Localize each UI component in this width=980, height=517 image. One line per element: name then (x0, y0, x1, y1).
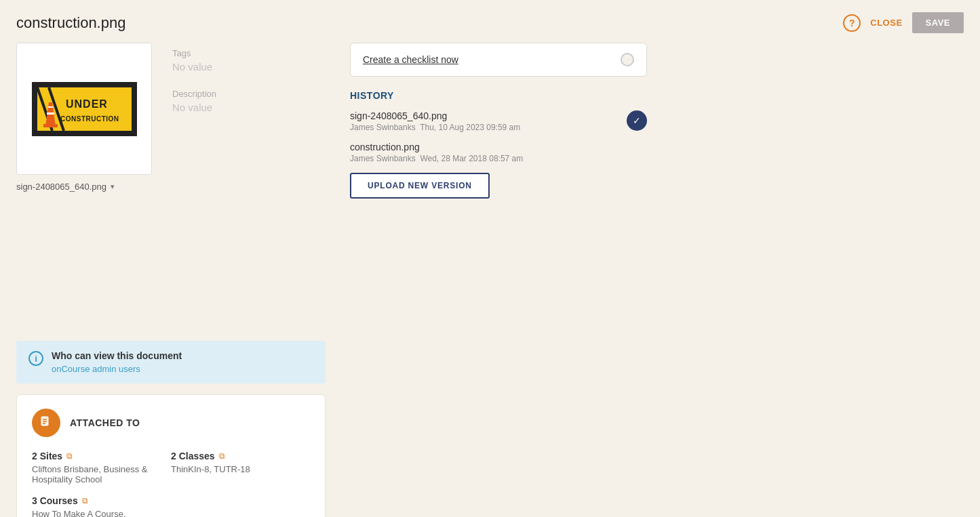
attached-courses-header: 3 Courses ⧉ (32, 495, 160, 506)
description-label: Description (172, 89, 216, 99)
attached-to-title: ATTACHED TO (70, 417, 140, 428)
description-value[interactable]: No value (172, 102, 216, 113)
visibility-banner: i Who can view this document onCourse ad… (16, 341, 326, 384)
svg-rect-1 (32, 82, 137, 87)
sites-description: Cliftons Brisbane, Business & Hospitalit… (32, 464, 160, 484)
history-title: HISTORY (350, 90, 647, 101)
image-filename: sign-2408065_640.png (16, 182, 106, 192)
history-date-2: Wed, 28 Mar 2018 08:57 am (420, 154, 523, 163)
svg-text:CONSTRUCTION: CONSTRUCTION (60, 115, 119, 123)
history-author-2: James Swinbanks (350, 154, 416, 163)
page-header: construction.png ? CLOSE SAVE (0, 0, 980, 43)
courses-external-link-icon[interactable]: ⧉ (82, 496, 88, 505)
image-label[interactable]: sign-2408065_640.png ▾ (16, 182, 152, 192)
close-button[interactable]: CLOSE (870, 18, 902, 28)
meta-fields: Tags No value Description No value (172, 48, 216, 129)
page-title: construction.png (16, 14, 125, 32)
history-date-1: Thu, 10 Aug 2023 09:59 am (420, 123, 520, 132)
header-actions: ? CLOSE SAVE (843, 12, 964, 33)
visibility-text: Who can view this document onCourse admi… (52, 350, 182, 374)
svg-rect-3 (32, 82, 37, 136)
attached-classes: 2 Classes ⧉ ThinKIn-8, TUTR-18 (171, 451, 310, 484)
attached-to-card: ATTACHED TO 2 Sites ⧉ Cliftons Brisbane,… (16, 394, 326, 517)
classes-description: ThinKIn-8, TUTR-18 (171, 464, 299, 474)
tags-field: Tags No value (172, 48, 216, 73)
history-section: HISTORY sign-2408065_640.png James Swinb… (350, 90, 647, 199)
save-button[interactable]: SAVE (912, 12, 964, 33)
attached-classes-header: 2 Classes ⧉ (171, 451, 299, 461)
main-content: UNDER CONSTRUCTION sign-2408065_640.png … (0, 43, 980, 517)
image-section: UNDER CONSTRUCTION sign-2408065_640.png … (16, 43, 152, 192)
info-icon: i (28, 351, 43, 366)
description-field: Description No value (172, 89, 216, 113)
svg-text:UNDER: UNDER (66, 98, 108, 110)
upload-new-version-button[interactable]: UPLOAD NEW VERSION (350, 173, 490, 199)
attached-sites: 2 Sites ⧉ Cliftons Brisbane, Business & … (32, 451, 171, 484)
sites-external-link-icon[interactable]: ⧉ (66, 451, 73, 461)
svg-rect-2 (32, 131, 137, 136)
history-item-meta: James Swinbanks Thu, 10 Aug 2023 09:59 a… (350, 123, 627, 132)
checklist-radio[interactable] (621, 53, 634, 66)
history-item-info-2: construction.png James Swinbanks Wed, 28… (350, 142, 647, 163)
tags-label: Tags (172, 48, 216, 58)
right-panel: Create a checklist now HISTORY sign-2408… (342, 43, 647, 517)
attached-to-icon (32, 409, 60, 437)
courses-label: 3 Courses (32, 495, 78, 506)
image-spacer (16, 192, 326, 341)
tags-value[interactable]: No value (172, 61, 216, 73)
top-section: UNDER CONSTRUCTION sign-2408065_640.png … (16, 43, 326, 178)
checklist-card: Create a checklist now (350, 43, 647, 77)
history-item-meta-2: James Swinbanks Wed, 28 Mar 2018 08:57 a… (350, 154, 647, 163)
history-item-info: sign-2408065_640.png James Swinbanks Thu… (350, 110, 627, 132)
left-panel: UNDER CONSTRUCTION sign-2408065_640.png … (16, 43, 342, 517)
history-item: construction.png James Swinbanks Wed, 28… (350, 142, 647, 163)
help-icon[interactable]: ? (843, 14, 861, 32)
classes-label: 2 Classes (171, 451, 215, 461)
attached-courses: 3 Courses ⧉ How To Make A Course, Accoun… (32, 495, 171, 517)
history-item: sign-2408065_640.png James Swinbanks Thu… (350, 110, 647, 132)
svg-rect-10 (48, 106, 53, 108)
svg-rect-9 (47, 112, 54, 115)
history-item-name: sign-2408065_640.png (350, 110, 627, 121)
visibility-title: Who can view this document (52, 350, 182, 361)
svg-rect-8 (43, 124, 58, 127)
history-check-icon: ✓ (627, 110, 647, 131)
attached-grid: 2 Sites ⧉ Cliftons Brisbane, Business & … (32, 451, 310, 517)
visibility-description: onCourse admin users (52, 364, 182, 374)
image-preview[interactable]: UNDER CONSTRUCTION (16, 43, 152, 175)
attached-sites-header: 2 Sites ⧉ (32, 451, 160, 461)
attachment-icon (39, 415, 54, 430)
create-checklist-link[interactable]: Create a checklist now (363, 54, 458, 65)
sites-label: 2 Sites (32, 451, 62, 461)
classes-external-link-icon[interactable]: ⧉ (219, 451, 225, 461)
svg-rect-4 (132, 82, 137, 136)
chevron-down-icon: ▾ (111, 182, 115, 191)
courses-description: How To Make A Course, Accounting, Jim's … (32, 509, 160, 517)
history-item-name-2: construction.png (350, 142, 647, 152)
attached-to-header: ATTACHED TO (32, 409, 310, 437)
history-author-1: James Swinbanks (350, 123, 416, 132)
under-construction-image: UNDER CONSTRUCTION (32, 82, 137, 136)
